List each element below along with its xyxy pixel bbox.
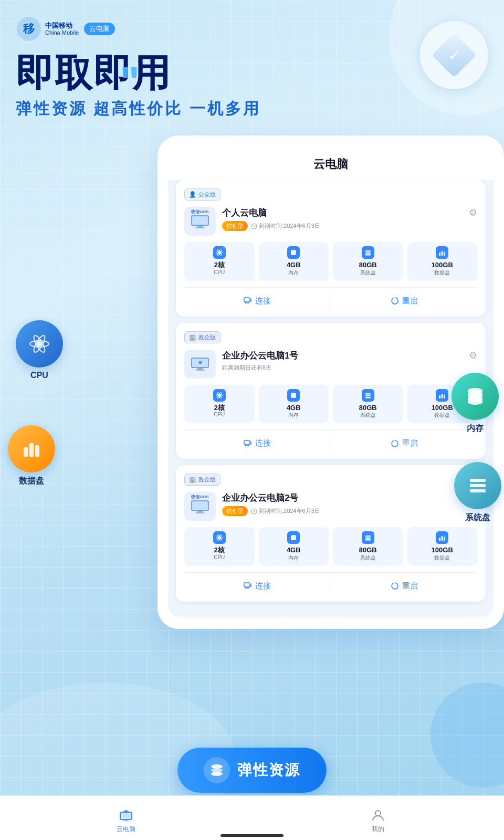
restart-btn-3[interactable]: 重启 xyxy=(331,579,478,593)
hero-quote: " xyxy=(120,58,140,106)
pc-icon-box-1: 统信UOS xyxy=(184,207,216,236)
spec-mem-2: 4GB 内存 xyxy=(259,385,329,424)
chinamobile-logo-icon: 移 xyxy=(16,16,42,42)
elastic-icon xyxy=(204,757,230,783)
connect-icon-3 xyxy=(244,582,252,590)
spec-mem-3: 4GB 内存 xyxy=(259,527,329,566)
card-header-3: 统信UOS 企业办公云电脑2号 xyxy=(184,492,477,521)
pc-expire-3: 到期时间:2024年6月3日 xyxy=(251,507,320,515)
svg-rect-88 xyxy=(123,821,129,822)
spec-cpu-icon-1 xyxy=(213,246,226,259)
expire-text-2: 距离到期日还有8天 xyxy=(222,364,271,372)
card-actions-1: 连接 重启 xyxy=(184,287,477,308)
svg-rect-78 xyxy=(439,538,440,541)
svg-rect-34 xyxy=(365,253,371,254)
float-datadisk-label: 数据盘 xyxy=(19,476,44,487)
disk-icon xyxy=(466,474,490,498)
nav-item-cloud[interactable]: 云电脑 xyxy=(0,803,252,834)
svg-rect-79 xyxy=(442,536,443,541)
expire-text-3: 到期时间:2024年6月3日 xyxy=(259,507,320,515)
pc-name-3: 企业办公云电脑2号 xyxy=(222,492,320,504)
elastic-resource-button[interactable]: 弹性资源 xyxy=(177,748,327,793)
db-small-icon xyxy=(290,249,297,256)
svg-rect-75 xyxy=(365,536,371,537)
svg-point-53 xyxy=(291,396,296,398)
pc-name-1: 个人云电脑 xyxy=(222,207,320,219)
pc-card-3: 🏢 政企版 统信UOS xyxy=(176,465,486,602)
svg-point-82 xyxy=(211,764,223,769)
float-cpu: CPU xyxy=(16,320,63,380)
svg-rect-55 xyxy=(365,395,371,396)
restart-btn-1[interactable]: 重启 xyxy=(331,294,478,308)
spec-cpu-unit-1: CPU xyxy=(187,269,251,275)
spec-data-3: 100GB 数据盘 xyxy=(407,527,478,566)
spec-mem-unit-2: 内存 xyxy=(262,412,326,419)
settings-icon-1[interactable]: ⚙ xyxy=(469,207,477,218)
bar-small-icon xyxy=(438,249,446,256)
connect-label-1: 连接 xyxy=(255,296,271,306)
float-memory-label: 内存 xyxy=(467,423,484,434)
spec-mem-unit-1: 内存 xyxy=(262,269,326,277)
phone-screen: 云电脑 👤 公众版 统信UOS xyxy=(168,146,494,618)
layers-icon xyxy=(209,762,225,778)
pc-info-2: 企业办公云电脑1号 距离到期日还有8天 xyxy=(222,350,298,372)
svg-rect-86 xyxy=(121,813,131,818)
svg-rect-54 xyxy=(365,393,371,395)
hero-section: 即取即用 " 弹性资源 超高性价比 一机多用 xyxy=(0,42,504,120)
restart-label-2: 重启 xyxy=(402,438,418,448)
settings-icon-2[interactable]: ⚙ xyxy=(469,350,477,361)
spec-cpu-icon-3 xyxy=(213,531,226,544)
svg-rect-60 xyxy=(244,440,250,445)
product-tag: 云电脑 xyxy=(84,23,115,35)
specs-row-3: 2核 CPU 4GB 内存 xyxy=(184,527,477,566)
svg-rect-35 xyxy=(365,254,371,256)
badge-label-3: 政企版 xyxy=(198,476,216,484)
svg-rect-22 xyxy=(195,227,205,228)
monitor-icon-2: ⊞ xyxy=(190,355,210,372)
spec-data-icon-2 xyxy=(436,389,448,402)
svg-rect-80 xyxy=(444,537,445,541)
pc-expire-2: 距离到期日还有8天 xyxy=(222,364,271,372)
spec-cpu-value-3: 2核 xyxy=(187,546,251,554)
pc-card-2: 🏢 政企版 ⊞ xyxy=(176,323,486,459)
float-memory: 内存 xyxy=(452,373,499,434)
connect-btn-2[interactable]: 连接 xyxy=(184,436,331,450)
restart-label-3: 重启 xyxy=(402,581,418,591)
bar-small-icon-3 xyxy=(438,534,446,541)
spec-data-value-1: 100GB xyxy=(411,261,475,269)
spec-mem-value-1: 4GB xyxy=(262,261,326,269)
bar-small-icon-2 xyxy=(438,392,446,399)
svg-rect-77 xyxy=(365,539,371,541)
nav-cloud-icon xyxy=(119,808,133,823)
monitor-icon-1 xyxy=(190,213,210,230)
lines-small-icon xyxy=(364,249,372,256)
connect-btn-3[interactable]: 连接 xyxy=(184,579,331,593)
tag-xinchuang-3: 信创型 xyxy=(222,506,248,516)
spec-data-unit-3: 数据盘 xyxy=(411,554,475,562)
svg-rect-64 xyxy=(195,512,205,513)
restart-btn-2[interactable]: 重启 xyxy=(331,436,478,450)
pc-meta-1: 信创型 到期时间:2024年6月3日 xyxy=(222,221,320,231)
svg-rect-7 xyxy=(29,443,34,457)
lines-small-icon-3 xyxy=(364,534,372,541)
float-sysdisk: 系统盘 xyxy=(454,462,501,523)
float-datadisk: 数据盘 xyxy=(8,425,55,487)
lines-small-icon-2 xyxy=(364,392,372,399)
logo-text: 中国移动 China Mobile xyxy=(45,22,79,36)
svg-rect-42 xyxy=(197,368,203,370)
svg-rect-59 xyxy=(444,394,445,398)
svg-rect-87 xyxy=(124,820,128,821)
atom-icon xyxy=(27,332,51,356)
clock-icon-1 xyxy=(251,223,257,229)
badge-label-2: 政企版 xyxy=(198,333,216,341)
nav-item-mine[interactable]: 我的 xyxy=(252,803,504,834)
spec-sys-3: 80GB 系统盘 xyxy=(333,527,403,566)
spec-mem-value-2: 4GB xyxy=(262,404,326,412)
connect-btn-1[interactable]: 连接 xyxy=(184,294,331,308)
screen-title: 云电脑 xyxy=(168,146,494,180)
svg-rect-56 xyxy=(365,397,371,398)
spec-cpu-icon-2 xyxy=(213,389,226,402)
atom-small-icon-3 xyxy=(216,534,223,541)
spec-data-icon-1 xyxy=(436,246,448,259)
card-header-2: ⊞ 企业办公云电脑1号 距离到期日还有8天 xyxy=(184,350,477,379)
